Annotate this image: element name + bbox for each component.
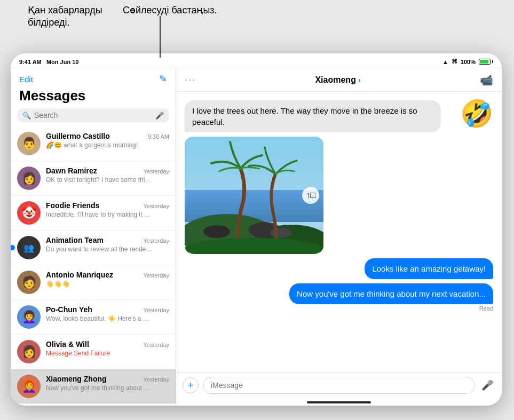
conv-info: Xiaomeng Zhong Yesterday Now you've got … [46, 375, 169, 392]
drag-handle: ··· [185, 74, 196, 85]
conv-preview: OK to visit tonight? I have some things … [46, 176, 153, 184]
conv-preview: 👋👋👋 [46, 280, 153, 288]
conversation-item-ashley[interactable]: 👩‍🦳 Ashley Rico Yesterday [11, 404, 176, 406]
chat-header: ··· Xiaomeng › 📹 [176, 68, 502, 92]
sidebar-header: Edit ✎ [11, 68, 176, 88]
avatar-wrap: 👩 [17, 167, 41, 190]
conversation-item-guillermo[interactable]: 👨 Guillermo Castillo 9:30 AM 🌈😊 what a g… [11, 126, 176, 161]
chat-area: ··· Xiaomeng › 📹 🤣 I love the trees out … [176, 68, 502, 406]
chevron-right-icon: › [358, 76, 361, 84]
conversation-item-dawn[interactable]: 👩 Dawn Ramirez Yesterday OK to visit ton… [11, 161, 176, 196]
read-receipt: Read [479, 305, 493, 312]
search-bar: 🔍 🎤 [17, 108, 169, 122]
svg-point-7 [203, 225, 230, 238]
avatar: 👩 [17, 167, 41, 190]
conversation-item-foodie[interactable]: 🤡 Foodie Friends Yesterday Incredible. I… [11, 196, 176, 231]
mic-icon[interactable]: 🎤 [155, 112, 164, 120]
battery-label: 100% [461, 59, 476, 65]
conv-info: Animation Team Yesterday Do you want to … [46, 236, 169, 253]
conversation-item-animation[interactable]: 👥 Animation Team Yesterday Do you want t… [11, 231, 176, 265]
conversation-item-xiaomeng[interactable]: 👩‍🦰 Xiaomeng Zhong Yesterday Now you've … [11, 369, 176, 404]
conv-info: Foodie Friends Yesterday Incredible. I'l… [46, 201, 169, 218]
conv-name: Xiaomeng Zhong [46, 375, 107, 383]
conv-info: Olivia & Will Yesterday Message Send Fai… [46, 340, 169, 357]
conv-preview: Now you've got me thinking about my next… [46, 384, 153, 392]
wifi-icon: ⌘ [452, 58, 457, 65]
annotation-label-1: Қан хабарлардыбілдіреді. [28, 4, 102, 29]
conv-info: Guillermo Castillo 9:30 AM 🌈😊 what a gor… [46, 132, 169, 149]
edit-button[interactable]: Edit [19, 75, 33, 84]
conversation-item-pochun[interactable]: 👩‍🦱 Po-Chun Yeh Yesterday Wow, looks bea… [11, 300, 176, 335]
conv-name: Olivia & Will [46, 340, 89, 348]
conv-name: Foodie Friends [46, 201, 99, 210]
message-bubble-2: ↑□ [185, 137, 493, 254]
avatar-wrap: 👩‍🦰 [17, 375, 41, 398]
conv-time: Yesterday [143, 307, 169, 313]
add-button[interactable]: + [183, 377, 199, 393]
emoji-reaction: 🤣 [460, 98, 493, 129]
mic-button[interactable]: 🎤 [479, 377, 495, 393]
compose-icon: ✎ [159, 73, 167, 85]
conv-time: Yesterday [143, 203, 169, 209]
conv-name: Dawn Ramirez [46, 167, 97, 175]
bubble-text: Now you've got me thinking about my next… [289, 283, 493, 304]
message-bubble-1: I love the trees out here. The way they … [185, 100, 493, 132]
conv-time: Yesterday [143, 376, 169, 383]
share-button[interactable]: ↑□ [302, 187, 319, 204]
avatar: 👩 [17, 340, 41, 363]
conv-name: Po-Chun Yeh [46, 305, 92, 314]
avatar-wrap: 👥 [17, 236, 41, 259]
signal-icon: ▲ [442, 59, 448, 65]
home-bar [307, 401, 371, 403]
avatar-wrap: 👩 [17, 340, 41, 363]
battery-indicator [479, 59, 493, 65]
avatar-wrap: 🤡 [17, 201, 41, 225]
home-indicator [176, 398, 502, 406]
conversation-item-olivia[interactable]: 👩 Olivia & Will Yesterday Message Send F… [11, 335, 176, 369]
conv-name: Guillermo Castillo [46, 132, 110, 140]
bubble-text: I love the trees out here. The way they … [185, 100, 441, 132]
avatar-wrap: 🧑 [17, 271, 41, 294]
conv-info: Dawn Ramirez Yesterday OK to visit tonig… [46, 167, 169, 184]
conv-info: Po-Chun Yeh Yesterday Wow, looks beautif… [46, 305, 169, 322]
compose-button[interactable]: ✎ [156, 73, 169, 85]
annotation-label-2: Сөйлесуді бастаңыз. [123, 4, 217, 17]
message-bubble-3: Looks like an amazing getaway! [185, 258, 493, 279]
search-icon: 🔍 [22, 112, 31, 120]
status-indicators: ▲ ⌘ 100% [442, 58, 493, 65]
avatar-wrap: 👨 [17, 132, 41, 155]
message-input[interactable] [203, 377, 475, 394]
unread-dot [11, 245, 15, 250]
conv-time: Yesterday [143, 237, 169, 244]
video-call-icon[interactable]: 📹 [480, 74, 493, 86]
sidebar-title: Messages [11, 88, 176, 108]
conv-time: Yesterday [143, 272, 169, 279]
conv-preview-error: Message Send Failure [46, 350, 153, 357]
conv-preview: 🌈😊 what a gorgeous morning! [46, 141, 153, 149]
avatar: 👨 [17, 132, 41, 155]
chat-contact-name[interactable]: Xiaomeng › [315, 75, 360, 85]
bubble-text: Looks like an amazing getaway! [365, 258, 493, 279]
device-frame: 9:41 AM Mon Jun 10 ▲ ⌘ 100% Edit ✎ [11, 53, 502, 406]
avatar: 👩‍🦰 [17, 375, 41, 398]
conv-preview: Wow, looks beautiful. ☀️ Here's a photo … [46, 315, 153, 322]
conversation-list: 👨 Guillermo Castillo 9:30 AM 🌈😊 what a g… [11, 126, 176, 406]
avatar: 👥 [17, 236, 41, 259]
chat-messages: 🤣 I love the trees out here. The way the… [176, 92, 502, 372]
conv-time: 9:30 AM [148, 133, 169, 140]
status-bar: 9:41 AM Mon Jun 10 ▲ ⌘ 100% [11, 53, 502, 68]
svg-point-6 [270, 227, 291, 238]
conversation-item-antonio[interactable]: 🧑 Antonio Manriquez Yesterday 👋👋👋 [11, 265, 176, 300]
avatar-wrap: 👩‍🦱 [17, 305, 41, 329]
conv-time: Yesterday [143, 168, 169, 175]
photo-message: ↑□ [185, 137, 323, 254]
message-bubble-4: Now you've got me thinking about my next… [185, 283, 493, 312]
main-content: Edit ✎ Messages 🔍 🎤 👨 [11, 68, 502, 406]
conv-name: Antonio Manriquez [46, 271, 113, 279]
avatar: 🧑 [17, 271, 41, 294]
search-input[interactable] [34, 111, 152, 120]
conv-time: Yesterday [143, 342, 169, 348]
chat-input-area: + 🎤 [176, 372, 502, 398]
conv-name: Animation Team [46, 236, 104, 244]
conv-preview: Do you want to review all the renders to… [46, 245, 153, 253]
